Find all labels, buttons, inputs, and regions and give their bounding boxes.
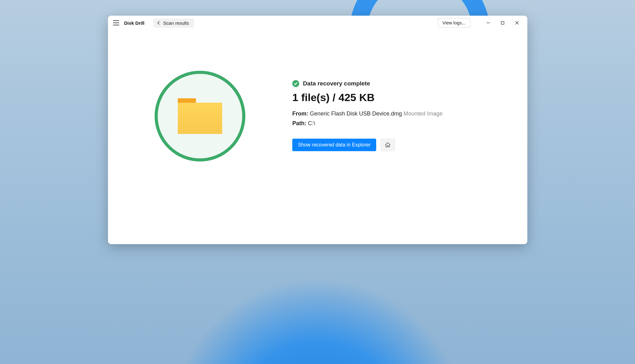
menu-icon[interactable] — [112, 19, 120, 27]
back-button-label: Scan results — [163, 20, 189, 26]
action-row: Show recovered data in Explorer — [292, 139, 527, 151]
minimize-button[interactable] — [481, 16, 495, 30]
view-logs-button[interactable]: View logs... — [438, 18, 470, 28]
minimize-icon — [486, 21, 490, 25]
svg-rect-1 — [501, 22, 504, 24]
folder-icon — [178, 98, 222, 134]
window-controls — [481, 16, 524, 30]
recovery-summary: 1 file(s) / 425 KB — [292, 91, 527, 104]
maximize-button[interactable] — [495, 16, 510, 30]
checkmark-icon — [292, 80, 299, 87]
close-icon — [515, 21, 519, 25]
path-value: C:\ — [308, 120, 315, 126]
illustration — [108, 71, 293, 161]
app-title: Disk Drill — [124, 20, 145, 26]
path-row: Path: C:\ — [292, 120, 527, 127]
main-content: Data recovery complete 1 file(s) / 425 K… — [108, 30, 527, 244]
home-icon — [385, 142, 391, 148]
background-decoration — [177, 270, 458, 364]
maximize-icon — [501, 21, 504, 25]
path-label: Path: — [292, 120, 306, 126]
success-circle-icon — [155, 71, 245, 161]
show-recovered-data-button[interactable]: Show recovered data in Explorer — [292, 139, 376, 151]
scan-results-back-button[interactable]: Scan results — [153, 18, 194, 28]
from-row: From: Generic Flash Disk USB Device.dmg … — [292, 110, 527, 117]
home-button[interactable] — [381, 139, 395, 151]
titlebar: Disk Drill Scan results View logs... — [108, 16, 527, 30]
recovery-info: Data recovery complete 1 file(s) / 425 K… — [292, 71, 527, 151]
chevron-left-icon — [156, 21, 161, 25]
from-badge: Mounted Image — [403, 110, 443, 117]
from-value: Generic Flash Disk USB Device.dmg — [310, 110, 402, 117]
from-label: From: — [292, 110, 308, 117]
close-button[interactable] — [510, 16, 524, 30]
app-window: Disk Drill Scan results View logs... — [108, 16, 527, 244]
status-message: Data recovery complete — [303, 80, 370, 87]
